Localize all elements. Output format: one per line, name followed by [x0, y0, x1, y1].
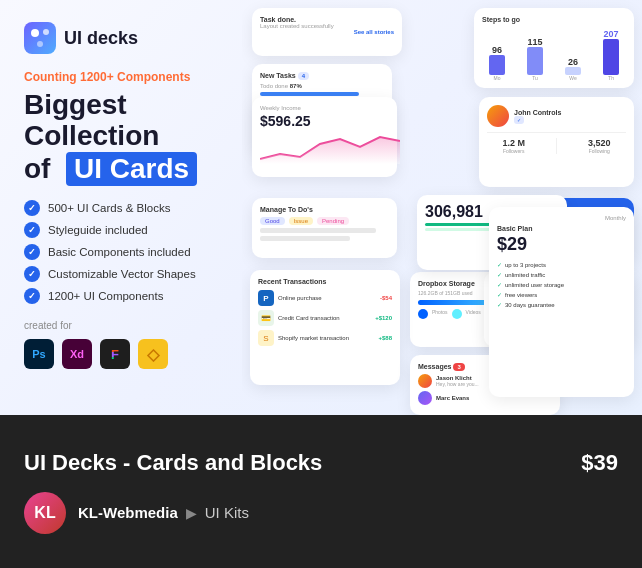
author-avatar: KL — [24, 492, 66, 534]
brand-header: UI decks — [24, 22, 246, 54]
user-avatar — [418, 391, 432, 405]
mock-profile-card: John Controls ✓ 1.2 M Followers 3,520 F — [479, 97, 634, 187]
created-for-label: created for — [24, 320, 246, 331]
feature-item: Styleguide included — [24, 222, 246, 238]
transaction-name: Online purchase — [278, 295, 376, 301]
mock-income-card: Weekly Income $596.25 — [252, 97, 397, 177]
feature-item: Basic Components included — [24, 244, 246, 260]
feature-item: Customizable Vector Shapes — [24, 266, 246, 282]
income-label: Weekly Income — [260, 105, 389, 111]
check-icon — [24, 288, 40, 304]
product-card: UI decks Counting 1200+ Components Bigge… — [0, 0, 642, 568]
profile-avatar — [487, 105, 509, 127]
plan-period: Monthly — [497, 215, 626, 221]
transactions-title: Recent Transactions — [258, 278, 392, 285]
headline-line1: Biggest Collection — [24, 89, 159, 151]
income-amount: $596.25 — [260, 113, 389, 129]
headline-line2-prefix: of — [24, 153, 50, 184]
main-headline: Biggest Collection of UI Cards — [24, 90, 246, 186]
check-icon — [24, 200, 40, 216]
mock-todo-card: Manage To Do's Good Issue Pending — [252, 198, 397, 258]
todo-title: Manage To Do's — [260, 206, 389, 213]
category-name: UI Kits — [205, 504, 249, 521]
counting-label: Counting 1200+ Components — [24, 70, 246, 84]
author-row: KL KL-Webmedia ▶ UI Kits — [24, 492, 618, 534]
tool-ps-icon: Ps — [24, 339, 54, 369]
mock-card-label: New Tasks 4 — [260, 72, 384, 79]
author-name: KL-Webmedia — [78, 504, 178, 521]
product-title: UI Decks - Cards and Blocks — [24, 450, 322, 476]
mock-task-done-card: Task done. Layout created successfully S… — [252, 8, 402, 56]
plan-name: Basic Plan — [497, 225, 626, 232]
brand-name: UI decks — [64, 28, 138, 49]
tool-icons: Ps Xd F ◇ — [24, 339, 246, 369]
sparkline-chart — [260, 129, 400, 164]
product-price: $39 — [581, 450, 618, 476]
brand-logo — [24, 22, 56, 54]
left-panel: UI decks Counting 1200+ Components Bigge… — [0, 0, 270, 415]
headline-highlight: UI Cards — [66, 152, 197, 187]
author-info: KL-Webmedia ▶ UI Kits — [78, 504, 249, 521]
product-title-row: UI Decks - Cards and Blocks $39 — [24, 450, 618, 476]
feature-item: 500+ UI Cards & Blocks — [24, 200, 246, 216]
mock-basic-plan-card: Monthly Basic Plan $29 ✓ up to 3 project… — [489, 207, 634, 397]
right-mockups: Task done. Layout created successfully S… — [242, 0, 642, 415]
user-avatar — [418, 374, 432, 388]
followers-count: 1.2 M — [502, 138, 525, 148]
tool-figma-icon: F — [100, 339, 130, 369]
mock-transactions-card: Recent Transactions P Online purchase -$… — [250, 270, 400, 385]
check-icon — [24, 222, 40, 238]
progress-bar — [260, 92, 359, 96]
profile-name: John Controls — [514, 109, 561, 116]
feature-item: 1200+ UI Components — [24, 288, 246, 304]
mock-card-title: Task done. — [260, 16, 394, 23]
plan-price: $29 — [497, 234, 626, 255]
tool-xd-icon: Xd — [62, 339, 92, 369]
tool-sketch-icon: ◇ — [138, 339, 168, 369]
see-all-link: See all stories — [354, 29, 394, 35]
features-list: 500+ UI Cards & Blocks Styleguide includ… — [24, 200, 246, 304]
user-name: Marc Evans — [436, 395, 469, 401]
steps-title: Steps to go — [482, 16, 626, 23]
check-icon — [24, 244, 40, 260]
mock-steps-card: Steps to go 96 Mo 115 Tu 26 — [474, 8, 634, 88]
bottom-bar: UI Decks - Cards and Blocks $39 KL KL-We… — [0, 415, 642, 568]
transaction-name: Credit Card transaction — [278, 315, 371, 321]
transaction-name: Shopify market transaction — [278, 335, 374, 341]
following-count: 3,520 — [588, 138, 611, 148]
preview-area: UI decks Counting 1200+ Components Bigge… — [0, 0, 642, 415]
chevron-right-icon: ▶ — [186, 505, 197, 521]
check-icon — [24, 266, 40, 282]
